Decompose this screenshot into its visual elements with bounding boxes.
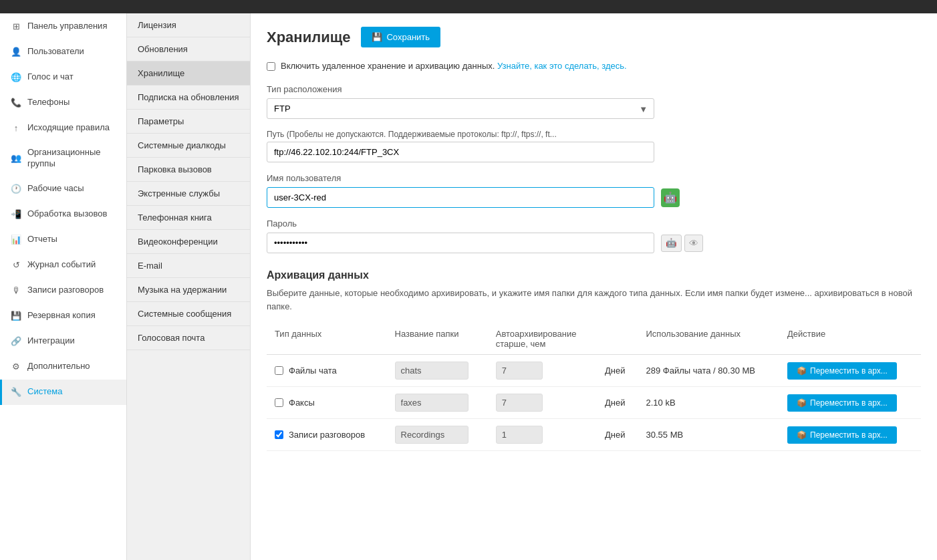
table-row-faxes: Факсы Дней 2.10 kB 📦 Переместить в арх..… [267, 387, 921, 419]
sidebar-item-event-log[interactable]: ↺ Журнал событий [0, 253, 126, 278]
sidebar-item-reports[interactable]: 📊 Отчеты [0, 227, 126, 253]
sidebar-item-phones[interactable]: 📞 Телефоны [0, 90, 126, 115]
days-input-chat[interactable] [496, 362, 543, 380]
cell-folder-recordings [387, 419, 488, 451]
cell-action-recordings: 📦 Переместить в арх... [779, 419, 921, 451]
sidebar-label-backup: Резервная копия [27, 310, 96, 321]
secondary-item-voicemail[interactable]: Голосовая почта [127, 326, 250, 350]
secondary-item-storage[interactable]: Хранилище [127, 61, 250, 86]
row-checkbox-recordings[interactable] [275, 430, 283, 439]
cell-days-label-recordings: Дней [597, 419, 638, 451]
cell-action-chat: 📦 Переместить в арх... [779, 355, 921, 387]
table-row-chat: Файлы чата Дней 289 Файлы чата / 80.30 М… [267, 355, 921, 387]
remote-storage-text: Включить удаленное хранение и архивацию … [281, 61, 627, 71]
type-label-recordings: Записи разговоров [289, 430, 365, 440]
sidebar-label-org-groups: Организационные группы [27, 147, 118, 170]
puzzle-icon: 🔗 [10, 335, 22, 347]
move-button-faxes[interactable]: 📦 Переместить в арх... [787, 394, 897, 412]
sidebar-item-users[interactable]: 👤 Пользователи [0, 39, 126, 64]
row-checkbox-chat[interactable] [275, 366, 283, 375]
cell-days-label-faxes: Дней [597, 387, 638, 419]
col-days-unit [597, 323, 638, 355]
sidebar-label-users: Пользователи [27, 46, 84, 57]
sidebar-label-integrations: Интеграции [27, 335, 75, 347]
location-type-section: Тип расположения FTP SFTP Amazon S3 Goog… [267, 84, 921, 119]
cell-usage-recordings: 30.55 MB [638, 419, 780, 451]
robot-icon[interactable]: 🤖 [661, 188, 680, 207]
sidebar-label-reports: Отчеты [27, 234, 57, 245]
sidebar-item-backup[interactable]: 💾 Резервная копия [0, 303, 126, 329]
person-icon: 👤 [10, 45, 22, 57]
secondary-item-emergency[interactable]: Экстренные службы [127, 182, 250, 206]
archive-section-title: Архивация данных [267, 269, 921, 281]
secondary-item-subscription[interactable]: Подписка на обновления [127, 86, 250, 110]
move-button-recordings[interactable]: 📦 Переместить в арх... [787, 426, 897, 444]
cell-type-chat: Файлы чата [267, 355, 387, 387]
remote-storage-link[interactable]: Узнайте, как это сделать, здесь. [497, 61, 627, 71]
secondary-item-updates[interactable]: Обновления [127, 37, 250, 61]
password-input[interactable] [267, 233, 654, 253]
move-button-chat[interactable]: 📦 Переместить в арх... [787, 362, 897, 380]
generate-password-button[interactable]: 🤖 [661, 235, 682, 252]
sidebar-label-working-hours: Рабочие часы [27, 183, 84, 194]
globe-icon: 🌐 [10, 71, 22, 83]
password-label: Пароль [267, 219, 921, 229]
sidebar-label-call-handling: Обработка вызовов [27, 208, 107, 220]
days-input-recordings[interactable] [496, 426, 543, 444]
cell-type-recordings: Записи разговоров [267, 419, 387, 451]
secondary-item-hold-music[interactable]: Музыка на удержании [127, 278, 250, 302]
chart-icon: 📊 [10, 234, 22, 246]
username-input-wrapper [267, 187, 654, 208]
sidebar-label-system: Система [27, 386, 62, 398]
secondary-item-license[interactable]: Лицензия [127, 13, 250, 37]
eye-off-icon: 👁 [689, 238, 698, 249]
phone-icon: 📞 [10, 96, 22, 108]
secondary-item-system-dialcodes[interactable]: Системные диалкоды [127, 134, 250, 158]
save-button[interactable]: 💾 Сохранить [361, 27, 440, 47]
page-title: Хранилище [267, 29, 350, 46]
row-checkbox-faxes[interactable] [275, 398, 283, 407]
sidebar-item-call-handling[interactable]: 📲 Обработка вызовов [0, 202, 126, 227]
toggle-password-button[interactable]: 👁 [684, 235, 703, 252]
secondary-item-videoconf[interactable]: Видеоконференции [127, 230, 250, 254]
archive-table: Тип данных Название папки Автоархивирова… [267, 323, 921, 451]
sidebar-label-event-log: Журнал событий [27, 259, 96, 271]
secondary-item-email[interactable]: E-mail [127, 254, 250, 278]
save-button-label: Сохранить [386, 32, 430, 42]
secondary-item-parameters[interactable]: Параметры [127, 110, 250, 134]
sidebar-item-dashboard[interactable]: ⊞ Панель управления [0, 13, 126, 39]
secondary-item-phonebook[interactable]: Телефонная книга [127, 206, 250, 230]
sidebar-item-recordings[interactable]: 🎙 Записи разговоров [0, 278, 126, 303]
folder-input-recordings[interactable] [395, 426, 469, 444]
secondary-item-parking[interactable]: Парковка вызовов [127, 158, 250, 182]
page-header: Хранилище 💾 Сохранить [267, 27, 921, 47]
remote-storage-checkbox[interactable] [267, 62, 275, 71]
username-input[interactable] [267, 187, 654, 208]
sidebar-item-advanced[interactable]: ⚙ Дополнительно [0, 354, 126, 380]
sidebar-item-org-groups[interactable]: 👥 Организационные группы [0, 140, 126, 176]
sidebar-label-recordings: Записи разговоров [27, 285, 104, 296]
path-input[interactable] [267, 142, 654, 162]
save-icon: 💾 [10, 310, 22, 322]
password-input-wrapper [267, 233, 654, 253]
location-type-select[interactable]: FTP SFTP Amazon S3 Google Drive [267, 98, 654, 119]
sidebar-item-voice-chat[interactable]: 🌐 Голос и чат [0, 64, 126, 90]
sidebar-item-outbound-rules[interactable]: ↑ Исходящие правила [0, 115, 126, 140]
col-type: Тип данных [267, 323, 387, 355]
sidebar-item-working-hours[interactable]: 🕐 Рабочие часы [0, 176, 126, 202]
cell-folder-faxes [387, 387, 488, 419]
folder-input-faxes[interactable] [395, 394, 469, 412]
sidebar-primary: ⊞ Панель управления 👤 Пользователи 🌐 Гол… [0, 13, 127, 560]
top-bar [0, 0, 937, 13]
col-auto-archive: Автоархивированиестарше, чем [488, 323, 597, 355]
settings-icon: ⚙ [10, 361, 22, 373]
sidebar-secondary: ЛицензияОбновленияХранилищеПодписка на о… [127, 13, 251, 560]
days-input-faxes[interactable] [496, 394, 543, 412]
sidebar-item-system[interactable]: 🔧 Система [0, 380, 126, 405]
folder-input-chat[interactable] [395, 362, 469, 380]
cell-usage-faxes: 2.10 kB [638, 387, 780, 419]
mic-icon: 🎙 [10, 285, 22, 297]
sidebar-label-outbound-rules: Исходящие правила [27, 122, 110, 134]
secondary-item-system-messages[interactable]: Системные сообщения [127, 302, 250, 326]
sidebar-item-integrations[interactable]: 🔗 Интеграции [0, 329, 126, 354]
